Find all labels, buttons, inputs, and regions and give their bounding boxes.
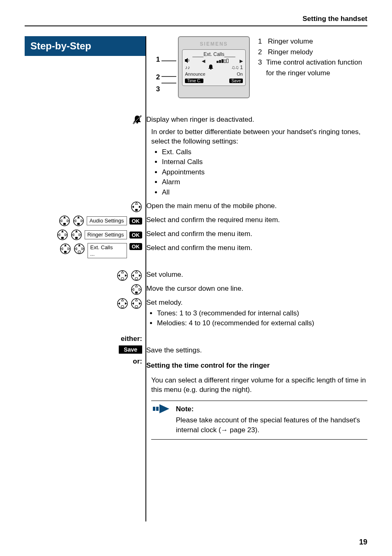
set-melody-text: Set melody. (146, 298, 367, 307)
or-label: or: (25, 357, 142, 366)
svg-marker-55 (132, 288, 134, 291)
svg-rect-52 (135, 278, 138, 280)
arrow-right-icon: ▶ (240, 58, 243, 64)
move-cursor-text: Move the cursor down one line. (146, 284, 367, 293)
svg-marker-3 (185, 58, 188, 63)
melody-list: Tones: 1 to 3 (recommended for internal … (146, 308, 367, 328)
svg-marker-39 (78, 244, 81, 246)
select-menu-text-1: Select and confirm the menu item. (146, 229, 367, 239)
differentiate-paragraph: In order to better differentiate between… (151, 127, 367, 146)
lcd-timec-softkey: Time C. (185, 79, 203, 83)
time-control-heading: Setting the time control for the ringer (146, 361, 367, 370)
svg-rect-42 (78, 251, 81, 253)
svg-rect-47 (121, 278, 124, 280)
set-volume-text: Set volume. (146, 270, 367, 279)
running-header: Setting the handset (25, 15, 367, 26)
svg-marker-50 (132, 274, 134, 277)
bell-icon (208, 64, 214, 71)
svg-marker-64 (135, 299, 138, 301)
device-callout-lines (161, 36, 176, 95)
svg-marker-65 (132, 302, 134, 305)
menu-ext-calls: Ext. Calls ... (88, 243, 127, 258)
save-settings-text: Save the settings. (146, 345, 367, 355)
nav-down-solid-icon (131, 284, 142, 295)
speaker-icon (185, 58, 191, 64)
note-title: Note: (176, 404, 366, 414)
settings-list: Ext. Calls Internal Calls Appointments A… (151, 147, 367, 197)
svg-marker-45 (118, 274, 120, 277)
lcd-title: ____Ext. Calls____ (185, 51, 243, 57)
music-notes-icon: ♪♪ (185, 65, 190, 70)
nav-leftright-icon (117, 298, 128, 309)
save-softkey: Save (119, 345, 142, 354)
step-by-step-banner: Step-by-Step (25, 36, 145, 56)
svg-rect-62 (121, 306, 124, 308)
svg-marker-41 (82, 248, 84, 250)
arrow-left-icon: ◀ (202, 58, 205, 64)
svg-marker-56 (139, 288, 141, 291)
nav-leftright-icon (117, 270, 128, 281)
svg-marker-66 (139, 302, 141, 305)
svg-marker-36 (68, 248, 70, 250)
volume-bars (217, 59, 228, 63)
select-menu-text-2: Select and confirm the menu item. (146, 243, 367, 253)
svg-rect-68 (153, 407, 155, 411)
lcd-on-label: On (237, 72, 243, 76)
svg-marker-35 (61, 248, 63, 250)
handset-illustration: SIEMENS ____Ext. Calls____ ◀ (178, 36, 250, 98)
note-arrow-icon (153, 404, 169, 435)
melody-icon: ♫♫ 1 (231, 65, 243, 70)
svg-rect-57 (135, 292, 138, 294)
svg-marker-34 (64, 244, 67, 246)
note-box: Note: Please take account of the special… (151, 401, 367, 440)
svg-marker-61 (125, 302, 127, 305)
lcd-announce-label: Announce (185, 72, 205, 76)
svg-marker-51 (139, 274, 141, 277)
device-lcd: ____Ext. Calls____ ◀ ▶ (182, 49, 246, 86)
nav-leftright-icon (131, 270, 142, 281)
svg-marker-46 (125, 274, 127, 277)
svg-marker-70 (159, 404, 169, 413)
svg-marker-60 (118, 302, 120, 305)
ringer-deactivated-text: Display when ringer is deactivated. (146, 115, 367, 124)
open-main-menu-text: Open the main menu of the mobile phone. (146, 201, 367, 211)
svg-marker-49 (135, 271, 138, 273)
svg-marker-54 (135, 285, 138, 287)
time-control-body: You can select a different ringer volume… (151, 375, 367, 395)
select-required-text: Select and confirm the required menu ite… (146, 215, 367, 225)
nav-up-icon (74, 243, 85, 255)
svg-rect-37 (64, 251, 67, 253)
svg-rect-4 (210, 69, 211, 70)
page-number: 19 (25, 538, 367, 547)
lcd-save-softkey: Save (229, 79, 243, 83)
svg-rect-67 (135, 306, 138, 308)
svg-marker-59 (121, 299, 124, 301)
nav-updown-leftright-icon (131, 298, 142, 309)
device-callout-numbers: 1 2 3 (151, 36, 160, 93)
svg-rect-69 (156, 407, 159, 411)
svg-marker-40 (75, 248, 77, 250)
device-brand: SIEMENS (182, 41, 246, 47)
device-legend: 1Ringer volume 2Ringer melody 3Time cont… (258, 36, 367, 78)
svg-marker-44 (121, 271, 124, 273)
nav-updown-icon (60, 243, 71, 255)
either-label: either: (25, 335, 142, 343)
note-body-text: Please take account of the special featu… (176, 415, 366, 435)
